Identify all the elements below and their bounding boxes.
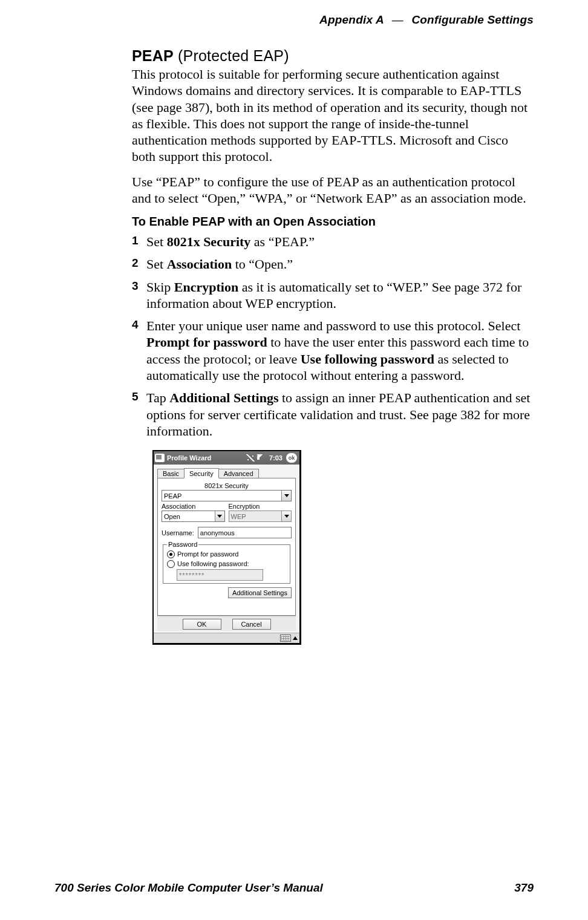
content: PEAP (Protected EAP) This protocol is su… (132, 47, 534, 645)
radio-selected-icon[interactable] (167, 550, 175, 558)
assoc-label: Association (162, 503, 225, 510)
association-combo-value: Open (164, 513, 180, 520)
start-flag-icon[interactable] (155, 454, 165, 462)
security-combo-value: PEAP (164, 492, 181, 500)
paragraph-1: This protocol is suitable for performing… (132, 66, 534, 165)
page-number: 379 (514, 881, 534, 895)
username-input[interactable]: anonymous (198, 527, 292, 538)
encryption-combo: WEP (229, 511, 292, 522)
step-3-pre: Skip (146, 279, 174, 295)
volume-icon[interactable] (257, 454, 266, 462)
step-2: Set Association to “Open.” (132, 256, 534, 272)
step-1-pre: Set (146, 234, 167, 249)
radio-use-row[interactable]: Use following password: (167, 559, 286, 569)
step-5-pre: Tap (146, 390, 169, 405)
device-screenshot: Profile Wizard 7:03 ok Basic Security Ad… (152, 450, 301, 645)
step-5-bold: Additional Settings (169, 390, 278, 405)
password-input: ******** (177, 569, 263, 581)
step-4-bold1: Prompt for password (146, 334, 267, 350)
paragraph-2: Use “PEAP” to configure the use of PEAP … (132, 174, 534, 207)
encryption-combo-value: WEP (231, 513, 246, 520)
header-section: Configurable Settings (411, 13, 534, 26)
sip-arrow-up-icon[interactable] (293, 636, 298, 640)
radio-prompt-row[interactable]: Prompt for password (167, 549, 286, 559)
username-value: anonymous (200, 529, 235, 537)
ok-button[interactable]: OK (183, 619, 221, 630)
step-1-bold: 8021x Security (167, 234, 251, 249)
additional-settings-button[interactable]: Additional Settings (228, 587, 292, 598)
password-fieldset: Password Prompt for password Use followi… (163, 541, 290, 584)
header-dash: — (387, 13, 408, 26)
step-4: Enter your unique user name and password… (132, 318, 534, 383)
security-combo[interactable]: PEAP (162, 490, 292, 501)
tab-security[interactable]: Security (184, 468, 219, 478)
tab-body: 8021x Security PEAP Association Open (157, 478, 296, 616)
window-title: Profile Wizard (167, 454, 211, 462)
security-section-label: 8021x Security (162, 482, 292, 489)
header-appendix: Appendix A (319, 13, 384, 26)
title-paren: (Protected EAP) (174, 47, 289, 64)
tab-strip: Basic Security Advanced (157, 468, 296, 478)
step-2-post: to “Open.” (232, 256, 293, 272)
step-2-pre: Set (146, 256, 167, 272)
cancel-button[interactable]: Cancel (232, 619, 271, 630)
password-masked: ******** (179, 572, 204, 579)
dialog-button-bar: OK Cancel (157, 616, 296, 631)
ok-badge[interactable]: ok (286, 453, 297, 463)
step-3-bold: Encryption (174, 279, 238, 295)
page-footer: 700 Series Color Mobile Computer User’s … (54, 881, 534, 895)
chevron-down-icon[interactable] (281, 491, 291, 501)
radio-unselected-icon[interactable] (167, 560, 175, 568)
chevron-down-icon (281, 511, 291, 521)
sip-taskbar (154, 633, 299, 643)
section-title: PEAP (Protected EAP) (132, 47, 534, 65)
step-4-bold2: Use following password (301, 351, 434, 367)
procedure-heading: To Enable PEAP with an Open Association (132, 215, 534, 229)
window-titlebar: Profile Wizard 7:03 ok (154, 451, 299, 465)
running-header: Appendix A — Configurable Settings (0, 13, 534, 27)
username-label: Username: (162, 529, 194, 537)
step-1: Set 8021x Security as “PEAP.” (132, 233, 534, 250)
chevron-down-icon[interactable] (215, 511, 224, 521)
encryption-label: Encryption (229, 503, 292, 510)
radio-prompt-label: Prompt for password (177, 550, 238, 558)
additional-settings-row: Additional Settings (162, 587, 292, 598)
step-4-pre: Enter your unique user name and password… (146, 318, 520, 333)
assoc-enc-row: Association Open Encryption WEP (162, 503, 292, 522)
step-5: Tap Additional Settings to assign an inn… (132, 390, 534, 439)
association-combo[interactable]: Open (162, 511, 225, 522)
enc-col: Encryption WEP (229, 503, 292, 522)
steps-list: Set 8021x Security as “PEAP.” Set Associ… (132, 233, 534, 439)
network-icon[interactable] (246, 454, 255, 462)
clock-label[interactable]: 7:03 (268, 454, 284, 462)
page: Appendix A — Configurable Settings PEAP … (0, 0, 588, 920)
step-3: Skip Encryption as it is automatically s… (132, 279, 534, 312)
client-area: Basic Security Advanced 8021x Security P… (154, 465, 299, 633)
assoc-col: Association Open (162, 503, 225, 522)
footer-title: 700 Series Color Mobile Computer User’s … (54, 881, 323, 895)
keyboard-icon[interactable] (280, 635, 291, 642)
password-legend: Password (167, 541, 198, 548)
username-row: Username: anonymous (162, 527, 292, 538)
title-bold: PEAP (132, 47, 174, 64)
step-1-post: as “PEAP.” (250, 234, 315, 249)
step-2-bold: Association (167, 256, 232, 272)
radio-use-label: Use following password: (177, 560, 249, 567)
